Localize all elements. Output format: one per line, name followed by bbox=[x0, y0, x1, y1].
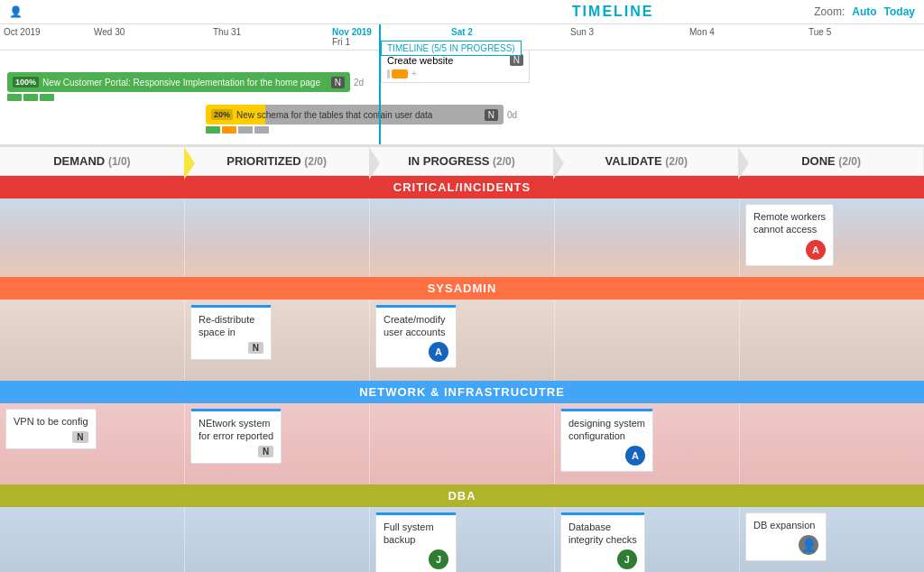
ind2-orange bbox=[222, 126, 236, 134]
bar2-days: 0d bbox=[507, 110, 517, 120]
card-create-modify[interactable]: Create/modifyuser accounts A bbox=[375, 305, 457, 369]
ind2-gray-2 bbox=[254, 126, 269, 134]
date-tue5: Tue 5 bbox=[805, 27, 924, 47]
card-remote-workers[interactable]: Remote workerscannot access A bbox=[745, 204, 834, 266]
kanban-area: DEMAND (1/0) PRIORITIZED (2/0) IN PROGRE… bbox=[0, 146, 924, 572]
header: 👤 TIMELINE Zoom: Auto Today bbox=[0, 0, 924, 24]
card-remote-workers-title: Remote workerscannot access bbox=[753, 210, 826, 236]
card-ind-gray bbox=[387, 69, 390, 78]
card-redistribute-title: Re-distributespace in bbox=[199, 313, 263, 339]
cell-dba-prioritized bbox=[185, 507, 370, 572]
cell-critical-done: Remote workerscannot access A bbox=[740, 198, 924, 277]
ind2-gray-1 bbox=[238, 126, 253, 134]
cell-dba-in-progress: Full systembackup J bbox=[370, 507, 555, 572]
card-redistribute[interactable]: Re-distributespace in N bbox=[190, 305, 272, 361]
cell-dba-done: DB expansion 👤 bbox=[740, 507, 924, 572]
ind-green-3 bbox=[40, 94, 54, 101]
card-designing-system[interactable]: designing systemconfiguration A bbox=[560, 409, 653, 473]
avatar-full-system-backup: J bbox=[429, 549, 448, 569]
cell-sysadmin-demand bbox=[0, 300, 185, 381]
date-sun3: Sun 3 bbox=[567, 27, 686, 47]
bar1-days: 2d bbox=[354, 78, 364, 88]
avatar-designing-system: A bbox=[625, 446, 645, 466]
ind-green-2 bbox=[23, 94, 38, 101]
zoom-auto-button[interactable]: Auto bbox=[852, 5, 876, 18]
col-header-in-progress: IN PROGRESS (2/0) bbox=[370, 147, 555, 175]
cell-network-done bbox=[740, 403, 924, 484]
today-button[interactable]: Today bbox=[884, 5, 915, 18]
badge-vpn: N bbox=[72, 431, 88, 443]
badge-redistribute: N bbox=[248, 342, 263, 354]
card-remote-workers-footer: A bbox=[753, 240, 826, 260]
bar1-progress: 100% bbox=[13, 77, 39, 88]
col-header-done: DONE (2/0) bbox=[739, 147, 924, 175]
card-vpn-title: VPN to be config bbox=[14, 415, 88, 428]
cell-dba-demand bbox=[0, 507, 185, 572]
create-website-title: Create website bbox=[387, 55, 453, 66]
cell-critical-in-progress bbox=[370, 198, 555, 277]
card-full-system-backup-footer: J bbox=[383, 549, 448, 569]
timeline-popup: TIMELINE (5/5 IN PROGRESS) bbox=[381, 41, 522, 56]
bar1-badge: N bbox=[331, 77, 345, 88]
page: 👤 TIMELINE Zoom: Auto Today Oct 2019 Wed… bbox=[0, 0, 924, 572]
timeline-row-2: 20% New schema for the tables that conta… bbox=[0, 103, 924, 135]
section-header-critical: CRITICAL/INCIDENTS bbox=[0, 176, 924, 198]
timeline-bar-2[interactable]: 20% New schema for the tables that conta… bbox=[206, 105, 504, 125]
card-redistribute-footer: N bbox=[199, 342, 263, 354]
section-header-network: NETWORK & INFRASTRUCUTRE bbox=[0, 381, 924, 403]
section-header-sysadmin: SYSADMIN bbox=[0, 277, 924, 300]
card-network-system-footer: N bbox=[199, 446, 273, 457]
zoom-label: Zoom: bbox=[814, 5, 845, 18]
kanban-sections: CRITICAL/INCIDENTS Remote workerscannot … bbox=[0, 176, 924, 572]
date-wed30: Wed 30 bbox=[90, 27, 209, 47]
cell-critical-validate bbox=[555, 198, 740, 277]
card-network-system-title: NEtwork systemfor error reported bbox=[199, 417, 273, 443]
cell-sysadmin-in-progress: Create/modifyuser accounts A bbox=[370, 300, 555, 381]
cell-network-demand: VPN to be config N bbox=[0, 403, 185, 484]
card-create-modify-title: Create/modifyuser accounts bbox=[383, 313, 448, 339]
card-db-integrity-footer: J bbox=[568, 549, 637, 569]
cell-network-prioritized: NEtwork systemfor error reported N bbox=[185, 403, 370, 484]
card-db-integrity[interactable]: Databaseintegrity checks J bbox=[560, 512, 645, 572]
cell-sysadmin-prioritized: Re-distributespace in N bbox=[185, 300, 370, 381]
card-designing-system-title: designing systemconfiguration bbox=[568, 417, 645, 443]
card-vpn[interactable]: VPN to be config N bbox=[5, 409, 97, 449]
kanban-header: DEMAND (1/0) PRIORITIZED (2/0) IN PROGRE… bbox=[0, 146, 924, 176]
card-create-modify-footer: A bbox=[383, 342, 448, 362]
card-db-expansion[interactable]: DB expansion 👤 bbox=[745, 512, 827, 561]
col-header-validate: VALIDATE (2/0) bbox=[554, 147, 739, 175]
timeline-container: Oct 2019 Wed 30 Thu 31 Nov 2019Fri 1 Sat… bbox=[0, 24, 924, 146]
ind-green-1 bbox=[7, 94, 22, 101]
card-full-system-backup-title: Full systembackup bbox=[383, 521, 448, 547]
cell-dba-validate: Databaseintegrity checks J bbox=[555, 507, 740, 572]
avatar-remote-workers: A bbox=[806, 240, 826, 260]
badge-network-system: N bbox=[258, 446, 273, 457]
avatar-db-integrity: J bbox=[617, 549, 637, 569]
card-vpn-footer: N bbox=[14, 431, 88, 443]
cell-sysadmin-validate bbox=[555, 300, 740, 381]
page-title: TIMELINE bbox=[411, 4, 814, 20]
card-network-system[interactable]: NEtwork systemfor error reported N bbox=[190, 409, 282, 465]
date-mon4: Mon 4 bbox=[686, 27, 805, 47]
header-controls: Zoom: Auto Today bbox=[814, 5, 915, 18]
section-network-row: VPN to be config N NEtwork systemfor err… bbox=[0, 403, 924, 484]
avatar-create-modify: A bbox=[429, 342, 448, 362]
cell-critical-demand bbox=[0, 198, 185, 277]
ind2-green bbox=[206, 126, 220, 134]
card-db-expansion-footer: 👤 bbox=[753, 535, 818, 555]
cell-network-in-progress bbox=[370, 403, 555, 484]
date-thu31: Thu 31 bbox=[209, 27, 328, 47]
bar2-label: New schema for the tables that contain u… bbox=[236, 110, 481, 120]
bar2-badge: N bbox=[485, 109, 498, 121]
cell-network-validate: designing systemconfiguration A bbox=[555, 403, 740, 484]
col-header-prioritized: PRIORITIZED (2/0) bbox=[185, 147, 370, 175]
card-full-system-backup[interactable]: Full systembackup J bbox=[375, 512, 457, 572]
person-icon: 👤 bbox=[9, 5, 23, 18]
bar2-progress: 20% bbox=[211, 109, 233, 120]
section-dba-row: Full systembackup J Databaseintegrity ch… bbox=[0, 507, 924, 572]
bar1-label: New Customer Portal: Responsive Implemen… bbox=[42, 78, 328, 88]
cell-critical-prioritized bbox=[185, 198, 370, 277]
section-header-dba: DBA bbox=[0, 484, 924, 507]
col-header-demand: DEMAND (1/0) bbox=[0, 147, 185, 175]
timeline-bar-1[interactable]: 100% New Customer Portal: Responsive Imp… bbox=[7, 72, 350, 92]
